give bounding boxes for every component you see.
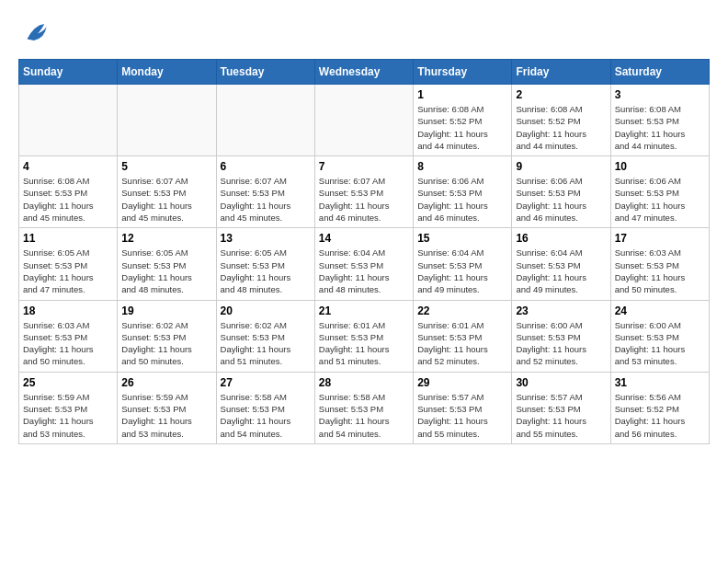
day-number: 27 — [221, 376, 311, 389]
day-info: Sunrise: 6:01 AMSunset: 5:53 PMDaylight:… — [417, 319, 507, 368]
day-info: Sunrise: 6:07 AMSunset: 5:53 PMDaylight:… — [221, 175, 311, 224]
logo-bird-icon — [20, 18, 48, 46]
calendar-day-cell: 22Sunrise: 6:01 AMSunset: 5:53 PMDayligh… — [414, 300, 512, 372]
calendar-day-cell: 11Sunrise: 6:05 AMSunset: 5:53 PMDayligh… — [19, 228, 118, 300]
calendar-day-cell: 31Sunrise: 5:56 AMSunset: 5:52 PMDayligh… — [610, 372, 709, 443]
day-number: 16 — [516, 232, 606, 245]
calendar-week-row: 4Sunrise: 6:08 AMSunset: 5:53 PMDaylight… — [19, 156, 710, 228]
day-number: 8 — [417, 160, 507, 173]
calendar-day-cell: 2Sunrise: 6:08 AMSunset: 5:52 PMDaylight… — [512, 85, 610, 156]
weekday-header: Sunday — [19, 60, 118, 85]
calendar-day-cell: 26Sunrise: 5:59 AMSunset: 5:53 PMDayligh… — [118, 372, 216, 443]
day-number: 31 — [615, 376, 705, 389]
calendar-day-cell: 4Sunrise: 6:08 AMSunset: 5:53 PMDaylight… — [19, 156, 118, 228]
calendar-day-cell: 23Sunrise: 6:00 AMSunset: 5:53 PMDayligh… — [512, 300, 610, 372]
calendar-day-cell — [216, 85, 314, 156]
day-info: Sunrise: 6:00 AMSunset: 5:53 PMDaylight:… — [516, 319, 606, 368]
calendar-week-row: 11Sunrise: 6:05 AMSunset: 5:53 PMDayligh… — [19, 228, 710, 300]
day-info: Sunrise: 6:06 AMSunset: 5:53 PMDaylight:… — [615, 175, 705, 224]
calendar-day-cell: 5Sunrise: 6:07 AMSunset: 5:53 PMDaylight… — [118, 156, 216, 228]
calendar-week-row: 1Sunrise: 6:08 AMSunset: 5:52 PMDaylight… — [19, 85, 710, 156]
calendar-day-cell: 3Sunrise: 6:08 AMSunset: 5:53 PMDaylight… — [610, 85, 709, 156]
day-info: Sunrise: 6:02 AMSunset: 5:53 PMDaylight:… — [121, 319, 211, 368]
day-number: 20 — [221, 304, 311, 317]
calendar-day-cell: 9Sunrise: 6:06 AMSunset: 5:53 PMDaylight… — [512, 156, 610, 228]
calendar-day-cell: 21Sunrise: 6:01 AMSunset: 5:53 PMDayligh… — [314, 300, 413, 372]
calendar-day-cell: 30Sunrise: 5:57 AMSunset: 5:53 PMDayligh… — [512, 372, 610, 443]
day-number: 13 — [221, 232, 311, 245]
calendar-day-cell: 8Sunrise: 6:06 AMSunset: 5:53 PMDaylight… — [414, 156, 512, 228]
day-number: 4 — [23, 160, 113, 173]
day-info: Sunrise: 6:08 AMSunset: 5:53 PMDaylight:… — [615, 103, 705, 152]
day-number: 5 — [121, 160, 211, 173]
calendar-day-cell: 29Sunrise: 5:57 AMSunset: 5:53 PMDayligh… — [414, 372, 512, 443]
day-number: 1 — [417, 88, 507, 101]
calendar-day-cell — [19, 85, 118, 156]
calendar-day-cell: 16Sunrise: 6:04 AMSunset: 5:53 PMDayligh… — [512, 228, 610, 300]
weekday-header: Friday — [512, 60, 610, 85]
day-number: 22 — [417, 304, 507, 317]
calendar-day-cell: 19Sunrise: 6:02 AMSunset: 5:53 PMDayligh… — [118, 300, 216, 372]
calendar-table: SundayMondayTuesdayWednesdayThursdayFrid… — [18, 59, 710, 444]
day-number: 7 — [319, 160, 409, 173]
calendar-week-row: 25Sunrise: 5:59 AMSunset: 5:53 PMDayligh… — [19, 372, 710, 443]
day-number: 15 — [417, 232, 507, 245]
day-number: 17 — [615, 232, 705, 245]
day-info: Sunrise: 6:07 AMSunset: 5:53 PMDaylight:… — [121, 175, 211, 224]
day-info: Sunrise: 6:06 AMSunset: 5:53 PMDaylight:… — [417, 175, 507, 224]
calendar-day-cell: 15Sunrise: 6:04 AMSunset: 5:53 PMDayligh… — [414, 228, 512, 300]
calendar-day-cell: 20Sunrise: 6:02 AMSunset: 5:53 PMDayligh… — [216, 300, 314, 372]
calendar-header-row: SundayMondayTuesdayWednesdayThursdayFrid… — [19, 60, 710, 85]
day-number: 29 — [417, 376, 507, 389]
calendar-day-cell: 7Sunrise: 6:07 AMSunset: 5:53 PMDaylight… — [314, 156, 413, 228]
day-info: Sunrise: 5:58 AMSunset: 5:53 PMDaylight:… — [221, 391, 311, 440]
day-info: Sunrise: 5:57 AMSunset: 5:53 PMDaylight:… — [417, 391, 507, 440]
day-info: Sunrise: 5:59 AMSunset: 5:53 PMDaylight:… — [23, 391, 113, 440]
day-info: Sunrise: 6:08 AMSunset: 5:52 PMDaylight:… — [417, 103, 507, 152]
calendar-day-cell: 25Sunrise: 5:59 AMSunset: 5:53 PMDayligh… — [19, 372, 118, 443]
day-info: Sunrise: 6:01 AMSunset: 5:53 PMDaylight:… — [319, 319, 409, 368]
day-number: 6 — [221, 160, 311, 173]
calendar-day-cell: 10Sunrise: 6:06 AMSunset: 5:53 PMDayligh… — [610, 156, 709, 228]
day-number: 9 — [516, 160, 606, 173]
logo — [18, 18, 48, 50]
day-number: 12 — [121, 232, 211, 245]
day-info: Sunrise: 6:06 AMSunset: 5:53 PMDaylight:… — [516, 175, 606, 224]
day-number: 3 — [615, 88, 705, 101]
weekday-header: Thursday — [414, 60, 512, 85]
weekday-header: Wednesday — [314, 60, 413, 85]
day-info: Sunrise: 6:04 AMSunset: 5:53 PMDaylight:… — [319, 247, 409, 295]
day-info: Sunrise: 6:03 AMSunset: 5:53 PMDaylight:… — [23, 319, 113, 368]
calendar-day-cell: 24Sunrise: 6:00 AMSunset: 5:53 PMDayligh… — [610, 300, 709, 372]
calendar-day-cell: 27Sunrise: 5:58 AMSunset: 5:53 PMDayligh… — [216, 372, 314, 443]
day-number: 19 — [121, 304, 211, 317]
calendar-day-cell: 12Sunrise: 6:05 AMSunset: 5:53 PMDayligh… — [118, 228, 216, 300]
day-info: Sunrise: 6:02 AMSunset: 5:53 PMDaylight:… — [221, 319, 311, 368]
day-info: Sunrise: 6:04 AMSunset: 5:53 PMDaylight:… — [417, 247, 507, 295]
calendar-day-cell — [314, 85, 413, 156]
calendar-day-cell — [118, 85, 216, 156]
day-number: 24 — [615, 304, 705, 317]
day-number: 21 — [319, 304, 409, 317]
day-number: 11 — [23, 232, 113, 245]
day-info: Sunrise: 5:56 AMSunset: 5:52 PMDaylight:… — [615, 391, 705, 440]
day-info: Sunrise: 6:00 AMSunset: 5:53 PMDaylight:… — [615, 319, 705, 368]
day-number: 2 — [516, 88, 606, 101]
calendar-day-cell: 13Sunrise: 6:05 AMSunset: 5:53 PMDayligh… — [216, 228, 314, 300]
calendar-day-cell: 1Sunrise: 6:08 AMSunset: 5:52 PMDaylight… — [414, 85, 512, 156]
day-info: Sunrise: 6:07 AMSunset: 5:53 PMDaylight:… — [319, 175, 409, 224]
day-number: 18 — [23, 304, 113, 317]
calendar-day-cell: 6Sunrise: 6:07 AMSunset: 5:53 PMDaylight… — [216, 156, 314, 228]
calendar-day-cell: 18Sunrise: 6:03 AMSunset: 5:53 PMDayligh… — [19, 300, 118, 372]
calendar-week-row: 18Sunrise: 6:03 AMSunset: 5:53 PMDayligh… — [19, 300, 710, 372]
day-info: Sunrise: 5:57 AMSunset: 5:53 PMDaylight:… — [516, 391, 606, 440]
day-info: Sunrise: 6:08 AMSunset: 5:53 PMDaylight:… — [23, 175, 113, 224]
day-number: 30 — [516, 376, 606, 389]
day-info: Sunrise: 5:59 AMSunset: 5:53 PMDaylight:… — [121, 391, 211, 440]
calendar-day-cell: 14Sunrise: 6:04 AMSunset: 5:53 PMDayligh… — [314, 228, 413, 300]
day-info: Sunrise: 6:05 AMSunset: 5:53 PMDaylight:… — [121, 247, 211, 295]
weekday-header: Saturday — [610, 60, 709, 85]
day-number: 26 — [121, 376, 211, 389]
weekday-header: Monday — [118, 60, 216, 85]
day-info: Sunrise: 5:58 AMSunset: 5:53 PMDaylight:… — [319, 391, 409, 440]
